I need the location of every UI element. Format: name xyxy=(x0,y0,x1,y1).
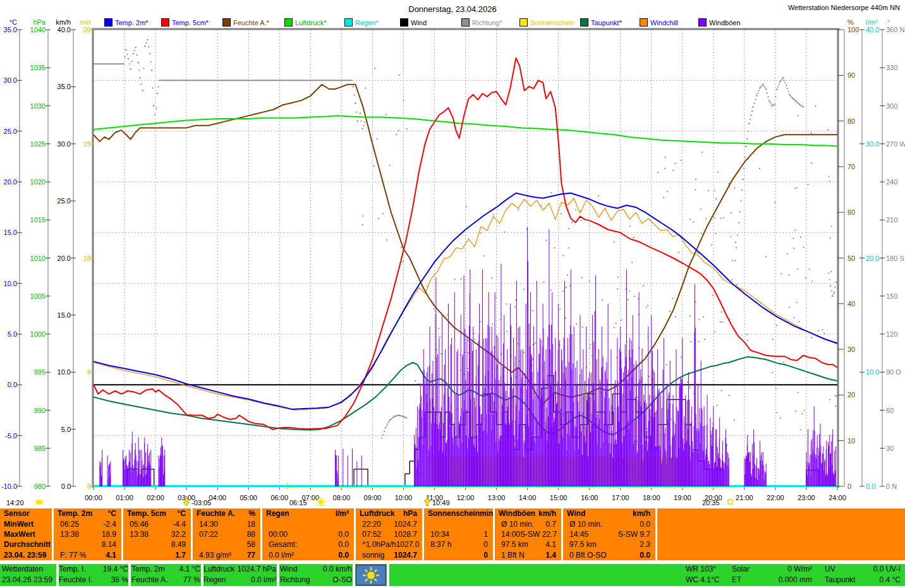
stats-cell-value: 0.0 xyxy=(640,550,655,560)
richtung-dot xyxy=(772,105,773,107)
stats-cell-label: 07:52 xyxy=(356,529,381,539)
status-cell-3: Luftdruck1024.7 hPaRegen0.0 l/m² xyxy=(203,564,276,586)
richtung-dot xyxy=(137,54,138,56)
richtung-dot xyxy=(581,220,582,221)
richtung-dot xyxy=(131,61,133,62)
axis-tick-label-kmh: 40.0 xyxy=(58,26,71,33)
stats-col-unit: km/h xyxy=(633,508,655,519)
richtung-dot xyxy=(783,361,784,363)
axis-tick-label-pct: 0 xyxy=(847,483,851,490)
axis-tick-label-lm2: 10.0 xyxy=(866,368,879,376)
status-bar: Wetterdaten23.04.26 23:59Temp. I.19.4 °C… xyxy=(0,563,905,588)
stats-col-unit: % xyxy=(248,508,260,519)
richtung-dot xyxy=(629,225,631,227)
status-label: Feuchte A. xyxy=(131,575,167,585)
x-axis-label: 17:00 xyxy=(612,494,629,501)
stats-cell-label: 07:22 xyxy=(193,529,218,539)
richtung-dot xyxy=(617,277,619,278)
richtung-dot xyxy=(483,255,485,256)
stats-cell-value: 4.1 xyxy=(106,550,121,560)
stats-cell-value: 1024.7 xyxy=(394,550,422,560)
status-label: Temp. I. xyxy=(59,564,86,575)
axis-tick-label-deg: 0 N xyxy=(886,483,897,490)
x-axis-label: 08:00 xyxy=(333,494,351,501)
richtung-dot xyxy=(134,50,135,51)
richtung-dot xyxy=(803,107,804,108)
richtung-dot xyxy=(544,281,545,282)
richtung-dot xyxy=(831,225,832,227)
stats-col-unit: °C xyxy=(108,508,121,519)
status-value: 0 W/m² xyxy=(787,564,812,575)
richtung-dot xyxy=(495,297,497,299)
axis-tick-label-deg: 210 xyxy=(886,216,897,224)
stats-cell-value: 2.3 xyxy=(640,539,655,549)
stats-cell-value: 18.9 xyxy=(102,529,121,539)
richtung-dot xyxy=(396,134,397,135)
x-axis-label: 15:00 xyxy=(550,494,568,501)
status-value: 0.000 mm xyxy=(779,575,812,585)
stats-col-temp-5cm: Temp. 5cm°C05:46-4.413:3832.28.491.7 xyxy=(123,508,191,560)
stats-cell-value: 8.14 xyxy=(102,539,121,549)
axis-tick-label-deg: 120 xyxy=(886,330,897,338)
richtung-dot xyxy=(541,205,542,207)
richtung-dot xyxy=(145,42,147,44)
stats-col-unit: °C xyxy=(178,508,191,519)
richtung-dot xyxy=(386,114,387,116)
richtung-dot xyxy=(125,56,126,57)
stats-col-title: Feuchte A. xyxy=(193,508,235,519)
stats-cell-value: 32.2 xyxy=(171,529,191,539)
marker-label: 06:15 xyxy=(289,499,307,507)
richtung-dot xyxy=(497,336,498,337)
richtung-dot xyxy=(759,168,760,169)
axis-tick-label-hPa: 1020 xyxy=(30,178,46,186)
station-name: Wetterstation Niedersorpe 440m NN xyxy=(788,4,900,11)
richtung-dot xyxy=(805,277,806,279)
status-label: UV xyxy=(825,564,835,575)
axis-tick-label-deg: 240 xyxy=(886,178,897,186)
richtung-dot xyxy=(755,99,756,100)
richtung-dot xyxy=(750,119,751,120)
richtung-dot xyxy=(153,105,154,107)
stats-col-sonnenschein: Sonnenscheinmin10:3418:37 h00 xyxy=(424,508,493,560)
stats-cell-label: 14:45 xyxy=(563,529,588,539)
sun-ray-icon xyxy=(317,505,319,506)
axis-title-deg: ° xyxy=(887,18,890,26)
richtung-dot xyxy=(575,209,576,210)
richtung-dot xyxy=(546,240,547,241)
richtung-dot xyxy=(135,47,137,48)
richtung-dot xyxy=(157,86,159,87)
richtung-dot xyxy=(480,321,481,322)
axis-tick-label-pct: 50 xyxy=(847,255,855,262)
status-value: 0.4 °C xyxy=(880,575,901,585)
x-axis-label: 09:00 xyxy=(364,494,382,501)
richtung-dot xyxy=(787,91,789,92)
stats-col-feuchte-a-: Feuchte A.%14:301807:2288584.93 g/m³77 xyxy=(193,508,260,560)
richtung-dot xyxy=(720,217,721,219)
richtung-dot xyxy=(506,331,507,332)
richtung-dot xyxy=(794,188,796,189)
richtung-dot xyxy=(614,327,615,328)
stats-col-unit: l/m² xyxy=(336,508,354,519)
status-separator xyxy=(201,564,203,586)
stats-cell-value: 1 xyxy=(483,529,493,539)
stats-col-title: Wind xyxy=(563,508,585,519)
richtung-dot xyxy=(721,311,722,313)
richtung-dot xyxy=(723,217,724,219)
axis-tick-label-deg: 270 W xyxy=(886,140,905,148)
richtung-dot xyxy=(831,291,832,292)
richtung-dot xyxy=(833,294,834,295)
richtung-dot xyxy=(391,418,392,419)
status-label: Wetterdaten xyxy=(2,564,43,575)
richtung-dot xyxy=(384,431,385,432)
richtung-dot xyxy=(772,339,774,340)
stats-cell-label: 00:00 xyxy=(262,529,288,539)
richtung-dot xyxy=(389,165,391,166)
richtung-dot xyxy=(834,395,835,397)
richtung-dot xyxy=(394,416,395,417)
richtung-dot xyxy=(757,92,758,93)
status-label: Solar xyxy=(732,564,750,575)
x-axis-label: 04:00 xyxy=(209,494,226,501)
x-axis-label: 13:00 xyxy=(488,494,506,501)
status-bar-background: Wetterdaten23.04.26 23:59Temp. I.19.4 °C… xyxy=(0,564,905,586)
stats-cell-value: 0.0 xyxy=(338,550,354,560)
